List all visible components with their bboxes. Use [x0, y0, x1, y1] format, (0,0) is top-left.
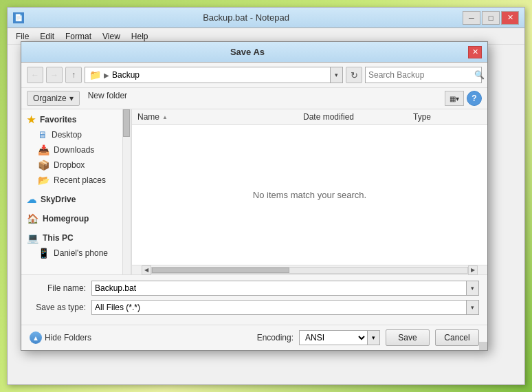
dropbox-label: Dropbox — [54, 160, 85, 170]
nav-skydrive[interactable]: ☁ SkyDrive — [21, 192, 131, 207]
menu-view[interactable]: View — [97, 30, 126, 43]
favorites-label: Favorites — [40, 115, 76, 124]
nav-thispc[interactable]: 💻 This PC — [21, 230, 131, 246]
path-folder-icon: 📁 — [89, 69, 101, 80]
column-name[interactable]: Name ▲ — [137, 112, 303, 122]
nav-scroll-thumb[interactable] — [123, 109, 130, 137]
view-chevron: ▾ — [456, 95, 459, 102]
menu-help[interactable]: Help — [126, 30, 154, 43]
savetype-dropdown-button[interactable]: ▾ — [467, 300, 479, 315]
cancel-button[interactable]: Cancel — [435, 329, 479, 346]
nav-homegroup[interactable]: 🏠 Homegroup — [21, 211, 131, 226]
toolbar2-right: ▦ ▾ ? — [445, 91, 482, 106]
save-button[interactable]: Save — [386, 329, 430, 346]
column-type[interactable]: Type — [413, 112, 482, 122]
nav-recent-places[interactable]: 📂 Recent places — [21, 173, 131, 188]
file-panel: Name ▲ Date modified Type No items match… — [131, 109, 487, 274]
save-as-dialog: Save As ✕ ← → ↑ 📁 ▶ Backup ▾ ↻ 🔍 Organiz… — [21, 41, 488, 351]
scroll-left-arrow[interactable]: ◀ — [142, 265, 151, 275]
downloads-label: Downloads — [54, 145, 94, 155]
nav-favorites-header[interactable]: ★ Favorites — [21, 112, 131, 127]
dialog-titlebar: Save As ✕ — [21, 42, 487, 63]
encoding-label: Encoding: — [257, 333, 293, 342]
dialog-actions: ▲ Hide Folders Encoding: ANSI ▾ Save Can… — [21, 325, 487, 350]
dialog-close-button[interactable]: ✕ — [468, 46, 482, 58]
notepad-controls: ─ □ ✕ — [463, 11, 519, 25]
view-button[interactable]: ▦ ▾ — [445, 91, 464, 106]
secondary-toolbar: Organize ▾ New folder ▦ ▾ ? — [21, 88, 487, 109]
hide-folders-button[interactable]: ▲ Hide Folders — [30, 331, 91, 344]
menu-edit[interactable]: Edit — [34, 30, 60, 43]
resize-handle[interactable] — [479, 342, 487, 350]
filename-input[interactable] — [91, 281, 467, 296]
notepad-titlebar: 📄 Backup.bat - Notepad ─ □ ✕ — [8, 8, 524, 28]
scroll-right-arrow[interactable]: ▶ — [468, 265, 478, 275]
back-button[interactable]: ← — [27, 67, 43, 83]
skydrive-icon: ☁ — [27, 194, 36, 205]
daniel-phone-label: Daniel's phone — [54, 248, 108, 258]
nav-scrollbar[interactable] — [122, 109, 131, 274]
sort-icon: ▲ — [162, 114, 168, 120]
search-input[interactable] — [368, 70, 472, 80]
thispc-label: This PC — [43, 233, 74, 243]
scroll-thumb[interactable] — [152, 268, 289, 273]
encoding-select[interactable]: ANSI — [299, 330, 368, 345]
menu-file[interactable]: File — [10, 30, 34, 43]
recent-places-label: Recent places — [54, 175, 106, 185]
file-list-empty: No items match your search. — [132, 125, 487, 265]
toolbar2-left: Organize ▾ New folder — [27, 91, 130, 106]
filename-input-wrap: ▾ — [91, 281, 479, 296]
nav-daniel-phone[interactable]: 📱 Daniel's phone — [21, 246, 131, 261]
search-bar: 🔍 — [365, 67, 482, 83]
path-current: Backup — [112, 70, 140, 80]
desktop-label: Desktop — [52, 130, 82, 140]
refresh-button[interactable]: ↻ — [346, 67, 362, 83]
filename-dropdown-button[interactable]: ▾ — [467, 281, 479, 296]
path-dropdown-button[interactable]: ▾ — [330, 67, 342, 83]
favorites-star-icon: ★ — [27, 114, 36, 125]
nav-dropbox[interactable]: 📦 Dropbox — [21, 157, 131, 173]
nav-downloads[interactable]: 📥 Downloads — [21, 142, 131, 157]
encoding-dropdown-button[interactable]: ▾ — [368, 330, 380, 345]
menu-format[interactable]: Format — [60, 30, 97, 43]
homegroup-label: Homegroup — [43, 214, 89, 224]
savetype-row: Save as type: ▾ — [30, 300, 479, 315]
encoding-select-wrap: ANSI ▾ — [299, 330, 380, 345]
notepad-icon: 📄 — [13, 12, 24, 23]
dialog-content: ★ Favorites 🖥 Desktop 📥 Downloads 📦 Drop… — [21, 109, 487, 274]
nav-desktop[interactable]: 🖥 Desktop — [21, 127, 131, 142]
scroll-track[interactable] — [151, 267, 468, 274]
notepad-close-button[interactable]: ✕ — [501, 11, 519, 25]
organize-button[interactable]: Organize ▾ — [27, 91, 80, 106]
savetype-input-wrap: ▾ — [91, 300, 479, 315]
filename-label: File name: — [30, 283, 91, 293]
nav-panel: ★ Favorites 🖥 Desktop 📥 Downloads 📦 Drop… — [21, 109, 131, 274]
file-list-header: Name ▲ Date modified Type — [132, 109, 487, 125]
horizontal-scrollbar[interactable]: ◀ ▶ — [132, 265, 487, 274]
help-button[interactable]: ? — [467, 91, 482, 106]
desktop-icon: 🖥 — [38, 129, 47, 140]
actions-right: Encoding: ANSI ▾ Save Cancel — [257, 329, 479, 346]
downloads-icon: 📥 — [38, 144, 49, 155]
recent-places-icon: 📂 — [38, 175, 49, 186]
maximize-button[interactable]: □ — [482, 11, 500, 25]
forward-button[interactable]: → — [46, 67, 63, 83]
minimize-button[interactable]: ─ — [463, 11, 480, 25]
savetype-input[interactable] — [91, 300, 467, 315]
organize-label: Organize — [33, 94, 67, 103]
column-date[interactable]: Date modified — [303, 112, 413, 122]
organize-chevron: ▾ — [69, 94, 74, 103]
up-button[interactable]: ↑ — [65, 67, 82, 83]
dialog-form: File name: ▾ Save as type: ▾ — [21, 274, 487, 325]
path-bar: 📁 ▶ Backup ▾ — [85, 67, 343, 83]
dropbox-icon: 📦 — [38, 160, 49, 171]
notepad-title: Backup.bat - Notepad — [30, 12, 463, 23]
view-label: ▦ — [450, 95, 456, 102]
skydrive-label: SkyDrive — [41, 195, 76, 204]
filename-row: File name: ▾ — [30, 281, 479, 296]
phone-icon: 📱 — [38, 248, 49, 259]
hide-folders-label: Hide Folders — [45, 333, 91, 342]
search-icon[interactable]: 🔍 — [474, 70, 485, 80]
new-folder-button[interactable]: New folder — [85, 91, 130, 106]
dialog-title: Save As — [27, 47, 468, 57]
